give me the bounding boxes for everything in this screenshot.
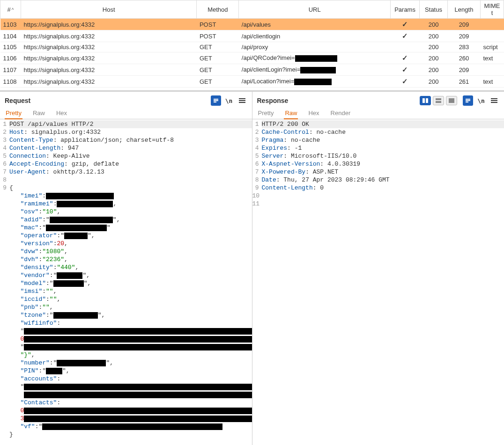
tab-pretty[interactable]: Pretty (5, 108, 22, 119)
table-row[interactable]: 1108https://signalplus.org:4332GET/api/L… (0, 76, 504, 88)
col-host[interactable]: Host (21, 0, 196, 19)
tab-hex[interactable]: Hex (307, 108, 320, 119)
svg-rect-6 (422, 98, 425, 103)
svg-rect-3 (239, 98, 245, 99)
svg-rect-4 (239, 100, 245, 101)
table-row[interactable]: 1105https://signalplus.org:4332GET/api/p… (0, 42, 504, 52)
svg-rect-0 (214, 99, 218, 100)
svg-rect-15 (491, 100, 497, 101)
svg-rect-8 (436, 98, 441, 100)
svg-rect-5 (239, 102, 245, 103)
actions-icon[interactable] (463, 95, 473, 106)
tab-pretty[interactable]: Pretty (257, 108, 275, 119)
col-length[interactable]: Length (448, 0, 481, 19)
response-title: Response (257, 97, 289, 104)
hamburger-icon[interactable] (489, 95, 499, 106)
col-params[interactable]: Params (391, 0, 420, 19)
tab-raw[interactable]: Raw (32, 108, 46, 119)
col-method[interactable]: Method (197, 0, 239, 19)
proxy-history-table: #^ Host Method URL Params Status Length … (0, 0, 504, 88)
sort-asc-icon: ^ (12, 7, 14, 13)
svg-rect-1 (214, 100, 218, 101)
layout-split-icon[interactable] (420, 96, 431, 105)
check-icon: ✓ (402, 32, 408, 40)
check-icon: ✓ (402, 77, 408, 85)
check-icon: ✓ (402, 66, 408, 73)
request-tabs: Pretty Raw Hex (0, 108, 252, 119)
svg-rect-2 (214, 102, 216, 102)
col-status[interactable]: Status (420, 0, 448, 19)
svg-rect-10 (449, 98, 454, 103)
table-row[interactable]: 1107https://signalplus.org:4332GET/api/c… (0, 64, 504, 76)
table-row[interactable]: 1103https://signalplus.org:4332POST/api/… (0, 19, 504, 30)
newline-icon[interactable]: \n (476, 95, 486, 106)
request-body[interactable]: 1POST /api/values HTTP/22Host: signalplu… (0, 119, 252, 445)
request-title: Request (5, 97, 30, 104)
message-editor-container: Request \n Pretty Raw Hex 1POST /api/val… (0, 90, 504, 445)
request-panel: Request \n Pretty Raw Hex 1POST /api/val… (0, 92, 252, 445)
newline-icon[interactable]: \n (224, 95, 234, 106)
response-panel: Response \n Pretty Raw Hex Render (252, 92, 504, 445)
layout-toggle (420, 96, 457, 105)
tab-render[interactable]: Render (330, 108, 352, 119)
response-tabs: Pretty Raw Hex Render (252, 108, 504, 119)
svg-rect-12 (466, 100, 470, 101)
actions-icon[interactable] (211, 95, 221, 106)
tab-raw[interactable]: Raw (284, 108, 298, 119)
svg-rect-7 (426, 98, 428, 103)
table-header-row: #^ Host Method URL Params Status Length … (0, 0, 504, 19)
hamburger-icon[interactable] (237, 95, 247, 106)
svg-rect-11 (466, 99, 470, 100)
svg-rect-13 (466, 102, 468, 102)
table-row[interactable]: 1104https://signalplus.org:4332POST/api/… (0, 30, 504, 42)
col-mime[interactable]: MIME t (480, 0, 504, 19)
svg-rect-14 (491, 98, 497, 99)
check-icon: ✓ (402, 20, 408, 28)
layout-stack-icon[interactable] (433, 96, 444, 105)
svg-rect-16 (491, 102, 497, 103)
response-body[interactable]: 1HTTP/2 200 OK2Cache-Control: no-cache3P… (252, 119, 504, 445)
col-number[interactable]: #^ (0, 0, 21, 19)
tab-hex[interactable]: Hex (55, 108, 68, 119)
layout-single-icon[interactable] (446, 96, 457, 105)
svg-rect-9 (436, 101, 441, 103)
check-icon: ✓ (402, 54, 408, 62)
col-url[interactable]: URL (239, 0, 391, 19)
table-row[interactable]: 1106https://signalplus.org:4332GET/api/Q… (0, 52, 504, 64)
